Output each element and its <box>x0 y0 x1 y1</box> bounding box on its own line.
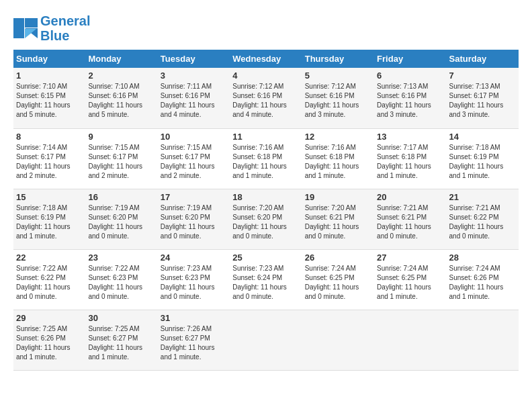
page-header: General Blue <box>13 13 519 43</box>
day-number: 18 <box>232 192 299 202</box>
calendar-week-3: 15Sunrise: 7:18 AMSunset: 6:19 PMDayligh… <box>13 189 519 249</box>
day-number: 25 <box>232 253 299 263</box>
day-number: 20 <box>377 192 443 202</box>
day-number: 21 <box>449 192 516 202</box>
day-info: Sunrise: 7:25 AMSunset: 6:26 PMDaylight:… <box>16 324 83 362</box>
calendar-cell: 22Sunrise: 7:22 AMSunset: 6:22 PMDayligh… <box>13 249 85 310</box>
day-number: 28 <box>449 253 516 263</box>
day-info: Sunrise: 7:24 AMSunset: 6:26 PMDaylight:… <box>449 264 516 302</box>
day-number: 1 <box>16 71 83 81</box>
day-info: Sunrise: 7:12 AMSunset: 6:16 PMDaylight:… <box>232 82 299 120</box>
svg-rect-1 <box>25 18 38 28</box>
day-info: Sunrise: 7:18 AMSunset: 6:19 PMDaylight:… <box>16 203 83 241</box>
day-number: 24 <box>161 253 227 263</box>
day-number: 27 <box>377 253 443 263</box>
day-info: Sunrise: 7:24 AMSunset: 6:25 PMDaylight:… <box>305 264 371 302</box>
weekday-header-thursday: Thursday <box>302 50 374 68</box>
calendar-table: SundayMondayTuesdayWednesdayThursdayFrid… <box>13 50 519 371</box>
calendar-cell: 5Sunrise: 7:12 AMSunset: 6:16 PMDaylight… <box>302 68 374 128</box>
day-info: Sunrise: 7:16 AMSunset: 6:18 PMDaylight:… <box>305 143 371 181</box>
calendar-cell: 14Sunrise: 7:18 AMSunset: 6:19 PMDayligh… <box>447 128 519 189</box>
weekday-header-tuesday: Tuesday <box>158 50 230 68</box>
day-info: Sunrise: 7:14 AMSunset: 6:17 PMDaylight:… <box>16 143 83 181</box>
calendar-cell: 16Sunrise: 7:19 AMSunset: 6:20 PMDayligh… <box>85 189 157 249</box>
day-info: Sunrise: 7:18 AMSunset: 6:19 PMDaylight:… <box>449 143 516 181</box>
calendar-cell: 21Sunrise: 7:21 AMSunset: 6:22 PMDayligh… <box>447 189 519 249</box>
calendar-cell: 19Sunrise: 7:20 AMSunset: 6:21 PMDayligh… <box>302 189 374 249</box>
calendar-cell: 13Sunrise: 7:17 AMSunset: 6:18 PMDayligh… <box>374 128 446 189</box>
day-info: Sunrise: 7:20 AMSunset: 6:21 PMDaylight:… <box>305 203 371 241</box>
calendar-cell: 27Sunrise: 7:24 AMSunset: 6:25 PMDayligh… <box>374 249 446 310</box>
day-number: 26 <box>305 253 371 263</box>
svg-rect-0 <box>13 18 24 38</box>
day-number: 22 <box>16 253 83 263</box>
day-info: Sunrise: 7:15 AMSunset: 6:17 PMDaylight:… <box>88 143 154 181</box>
day-number: 4 <box>232 71 299 81</box>
calendar-cell <box>302 310 374 370</box>
day-number: 5 <box>305 71 371 81</box>
calendar-week-4: 22Sunrise: 7:22 AMSunset: 6:22 PMDayligh… <box>13 249 519 310</box>
day-info: Sunrise: 7:19 AMSunset: 6:20 PMDaylight:… <box>88 203 154 241</box>
calendar-week-5: 29Sunrise: 7:25 AMSunset: 6:26 PMDayligh… <box>13 310 519 370</box>
day-number: 30 <box>88 313 154 323</box>
weekday-header-row: SundayMondayTuesdayWednesdayThursdayFrid… <box>13 50 519 68</box>
day-info: Sunrise: 7:10 AMSunset: 6:16 PMDaylight:… <box>88 82 154 120</box>
logo-icon <box>13 18 38 38</box>
weekday-header-sunday: Sunday <box>13 50 85 68</box>
day-info: Sunrise: 7:15 AMSunset: 6:17 PMDaylight:… <box>161 143 227 181</box>
calendar-cell <box>230 310 302 370</box>
calendar-cell: 11Sunrise: 7:16 AMSunset: 6:18 PMDayligh… <box>230 128 302 189</box>
weekday-header-wednesday: Wednesday <box>230 50 302 68</box>
day-number: 23 <box>88 253 154 263</box>
weekday-header-friday: Friday <box>374 50 446 68</box>
day-info: Sunrise: 7:16 AMSunset: 6:18 PMDaylight:… <box>232 143 299 181</box>
calendar-cell: 3Sunrise: 7:11 AMSunset: 6:16 PMDaylight… <box>158 68 230 128</box>
day-number: 9 <box>88 132 154 142</box>
day-number: 6 <box>377 71 443 81</box>
day-number: 19 <box>305 192 371 202</box>
day-info: Sunrise: 7:24 AMSunset: 6:25 PMDaylight:… <box>377 264 443 302</box>
day-info: Sunrise: 7:13 AMSunset: 6:16 PMDaylight:… <box>377 82 443 120</box>
day-info: Sunrise: 7:23 AMSunset: 6:23 PMDaylight:… <box>161 264 227 302</box>
day-number: 11 <box>232 132 299 142</box>
calendar-cell: 25Sunrise: 7:23 AMSunset: 6:24 PMDayligh… <box>230 249 302 310</box>
day-info: Sunrise: 7:21 AMSunset: 6:22 PMDaylight:… <box>449 203 516 241</box>
calendar-cell: 7Sunrise: 7:13 AMSunset: 6:17 PMDaylight… <box>447 68 519 128</box>
day-number: 13 <box>377 132 443 142</box>
day-info: Sunrise: 7:22 AMSunset: 6:22 PMDaylight:… <box>16 264 83 302</box>
calendar-cell: 4Sunrise: 7:12 AMSunset: 6:16 PMDaylight… <box>230 68 302 128</box>
calendar-cell: 10Sunrise: 7:15 AMSunset: 6:17 PMDayligh… <box>158 128 230 189</box>
day-number: 2 <box>88 71 154 81</box>
day-info: Sunrise: 7:23 AMSunset: 6:24 PMDaylight:… <box>232 264 299 302</box>
calendar-cell: 6Sunrise: 7:13 AMSunset: 6:16 PMDaylight… <box>374 68 446 128</box>
day-info: Sunrise: 7:20 AMSunset: 6:20 PMDaylight:… <box>232 203 299 241</box>
day-info: Sunrise: 7:22 AMSunset: 6:23 PMDaylight:… <box>88 264 154 302</box>
day-number: 10 <box>161 132 227 142</box>
day-number: 29 <box>16 313 83 323</box>
calendar-cell: 26Sunrise: 7:24 AMSunset: 6:25 PMDayligh… <box>302 249 374 310</box>
calendar-cell <box>374 310 446 370</box>
day-number: 16 <box>88 192 154 202</box>
day-info: Sunrise: 7:19 AMSunset: 6:20 PMDaylight:… <box>161 203 227 241</box>
day-info: Sunrise: 7:21 AMSunset: 6:21 PMDaylight:… <box>377 203 443 241</box>
calendar-week-2: 8Sunrise: 7:14 AMSunset: 6:17 PMDaylight… <box>13 128 519 189</box>
weekday-header-monday: Monday <box>85 50 157 68</box>
day-info: Sunrise: 7:12 AMSunset: 6:16 PMDaylight:… <box>305 82 371 120</box>
day-number: 31 <box>161 313 227 323</box>
day-number: 3 <box>161 71 227 81</box>
calendar-cell: 23Sunrise: 7:22 AMSunset: 6:23 PMDayligh… <box>85 249 157 310</box>
day-number: 8 <box>16 132 83 142</box>
day-info: Sunrise: 7:26 AMSunset: 6:27 PMDaylight:… <box>161 324 227 362</box>
calendar-header: SundayMondayTuesdayWednesdayThursdayFrid… <box>13 50 519 68</box>
day-number: 7 <box>449 71 516 81</box>
calendar-cell: 1Sunrise: 7:10 AMSunset: 6:15 PMDaylight… <box>13 68 85 128</box>
calendar-cell: 31Sunrise: 7:26 AMSunset: 6:27 PMDayligh… <box>158 310 230 370</box>
calendar-cell <box>447 310 519 370</box>
day-number: 14 <box>449 132 516 142</box>
calendar-cell: 8Sunrise: 7:14 AMSunset: 6:17 PMDaylight… <box>13 128 85 189</box>
calendar-body: 1Sunrise: 7:10 AMSunset: 6:15 PMDaylight… <box>13 68 519 370</box>
day-info: Sunrise: 7:11 AMSunset: 6:16 PMDaylight:… <box>161 82 227 120</box>
weekday-header-saturday: Saturday <box>447 50 519 68</box>
day-number: 15 <box>16 192 83 202</box>
logo: General Blue <box>13 13 90 43</box>
